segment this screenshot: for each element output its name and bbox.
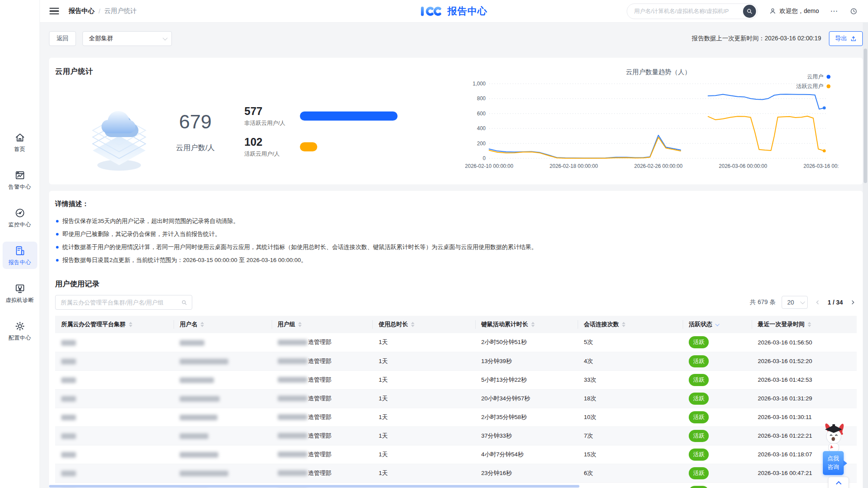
vm-diagnose-icon (14, 283, 26, 294)
cell-status: 活跃 (683, 370, 752, 389)
sidebar-item-2[interactable]: 告警中心 (3, 166, 37, 193)
records-search-input[interactable] (61, 299, 181, 306)
horizontal-scrollbar[interactable] (49, 485, 579, 488)
redacted-cluster (61, 340, 76, 346)
column-header-2[interactable]: 用户名 (174, 316, 271, 333)
active-users-row: 102 活跃云用户/人 (244, 136, 398, 158)
breadcrumb-section[interactable]: 报告中心 (69, 7, 95, 15)
sort-icon[interactable] (808, 322, 811, 327)
prev-page-button[interactable] (814, 299, 822, 305)
active-users-label: 活跃云用户/人 (244, 150, 300, 158)
sidebar-item-label: 虚拟机诊断 (6, 297, 34, 304)
sort-icon[interactable] (531, 322, 535, 327)
inactive-users-label: 非活跃云用户/人 (244, 119, 300, 127)
status-badge: 活跃 (689, 336, 709, 348)
cell-username (174, 408, 271, 426)
top-header: 报告中心 / 云用户统计 报告中心 (40, 0, 868, 23)
inactive-users-bar (300, 111, 398, 121)
records-section-title: 用户使用记录 (55, 279, 857, 289)
sidebar-item-4[interactable]: 报告中心 (3, 242, 37, 269)
hamburger-menu-icon[interactable] (49, 6, 59, 16)
cell-username (174, 426, 271, 445)
page-size-select[interactable]: 20 (782, 296, 808, 309)
chevron-down-icon (163, 36, 168, 40)
total-count: 共 679 条 (750, 298, 776, 306)
column-header-6[interactable]: 会话连接次数 (578, 316, 683, 333)
column-header-8[interactable]: 最近一次登录时间 (752, 316, 857, 333)
search-button[interactable] (743, 5, 756, 18)
column-header-label: 键鼠活动累计时长 (481, 321, 528, 328)
user-welcome[interactable]: 欢迎您，demo (769, 7, 819, 15)
export-label: 导出 (835, 35, 847, 43)
description-bullet: 报告数据每日凌晨2点更新，当前统计范围为：2026-03-15 00:00:00… (55, 254, 857, 267)
legend-dot (827, 75, 831, 79)
redacted-username (180, 471, 228, 476)
cell-username (174, 389, 271, 408)
cell-status: 活跃 (683, 389, 752, 408)
cell-usergroup: 造管理部 (272, 426, 373, 445)
cluster-select[interactable]: 全部集群 (82, 31, 172, 46)
table-header-row: 所属云办公管理平台集群用户名用户组使用总时长键鼠活动累计时长会话连接次数活跃状态… (55, 316, 857, 333)
status-badge: 活跃 (689, 430, 709, 442)
mascot-icon[interactable] (819, 422, 848, 453)
redacted-group-prefix (278, 377, 307, 383)
svg-text:2026-02-26 00:00:00: 2026-02-26 00:00:00 (634, 163, 683, 169)
redacted-username (180, 377, 214, 383)
group-visible-text: 造管理部 (308, 414, 332, 420)
export-button[interactable]: 导出 (829, 31, 863, 46)
sort-icon[interactable] (201, 322, 204, 327)
cell-username (174, 445, 271, 464)
sort-icon[interactable] (411, 322, 414, 327)
column-header-4[interactable]: 使用总时长 (372, 316, 475, 333)
filter-icon[interactable] (715, 322, 720, 326)
svg-text:400: 400 (477, 125, 486, 131)
group-visible-text: 造管理部 (308, 432, 332, 439)
column-header-3[interactable]: 用户组 (272, 316, 373, 333)
redacted-username (180, 415, 217, 420)
sidebar-item-6[interactable]: 配置中心 (3, 317, 37, 344)
vertical-scrollbar-thumb[interactable] (864, 49, 867, 183)
config-center-icon (14, 321, 26, 332)
group-visible-text: 造管理部 (308, 395, 332, 402)
sidebar-item-3[interactable]: 监控中心 (3, 204, 37, 231)
more-icon[interactable]: ⋯ (830, 7, 838, 16)
column-header-5[interactable]: 键鼠活动累计时长 (475, 316, 578, 333)
column-header-label: 会话连接次数 (584, 321, 619, 328)
cell-session-count: 0次 (578, 482, 683, 488)
table-row: 造管理部1天2小时35分钟58秒10次活跃2026-03-16 01:30:11 (55, 408, 857, 426)
cell-keyboard-mouse-time: 2小时35分钟58秒 (475, 408, 578, 426)
column-header-label: 使用总时长 (378, 321, 408, 328)
back-to-top-button[interactable] (828, 477, 849, 488)
global-search-input[interactable] (634, 8, 743, 14)
export-icon (850, 36, 857, 42)
column-header-1[interactable]: 所属云办公管理平台集群 (55, 316, 174, 333)
svg-text:2026-02-18 00:00:00: 2026-02-18 00:00:00 (549, 163, 598, 169)
sidebar-item-1[interactable]: 首页 (3, 128, 37, 156)
cell-last-login: 2026-03-16 01:52:20 (752, 352, 857, 370)
cloud-3d-icon (88, 90, 151, 173)
status-badge: 活跃 (689, 467, 709, 479)
clock-icon[interactable] (850, 7, 858, 15)
status-badge: 活跃 (689, 449, 709, 461)
svg-text:2026-02-10 00:00:00: 2026-02-10 00:00:00 (465, 163, 513, 169)
legend-label: 云用户 (807, 74, 824, 80)
status-badge: 活跃 (689, 393, 709, 405)
consult-button[interactable]: 点我 咨询 (823, 451, 844, 475)
cell-session-count: 15次 (578, 445, 683, 464)
sort-icon[interactable] (622, 322, 625, 327)
redacted-cluster (61, 359, 76, 364)
next-page-button[interactable] (849, 299, 857, 305)
sidebar-item-5[interactable]: 虚拟机诊断 (3, 279, 37, 307)
column-header-7[interactable]: 活跃状态 (683, 316, 752, 333)
sort-icon[interactable] (129, 322, 132, 327)
consult-line2: 咨询 (823, 463, 844, 472)
monitor-center-icon (14, 207, 26, 219)
group-visible-text: 造管理部 (308, 339, 332, 345)
cell-usage-duration: 1天 (372, 333, 475, 352)
description-bullet: 即使用户已被删除，其记录仍会保留，并计入当前报告统计。 (55, 228, 857, 241)
back-button[interactable]: 返回 (49, 31, 76, 46)
cell-usergroup: 造管理部 (272, 333, 373, 352)
vertical-scrollbar-track (863, 23, 868, 488)
search-icon (181, 299, 187, 306)
sort-icon[interactable] (298, 322, 302, 327)
